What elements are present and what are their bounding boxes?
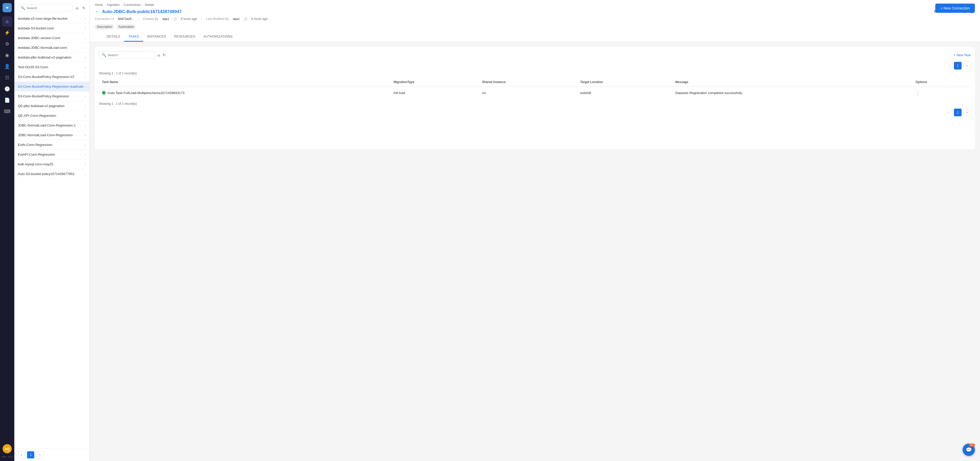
tag-item[interactable]: Automation	[116, 24, 136, 29]
sidebar-item[interactable]: bulk-mysql-conn-may25›	[14, 159, 89, 169]
page-title[interactable]: Auto-JDBC-Bulk-public1671428749047	[102, 9, 182, 14]
sidebar-page-1-button[interactable]: 1	[27, 451, 34, 458]
tasks-table: Task NameMigrationTypeShared InstanceTar…	[99, 78, 971, 99]
sidebar-prev-page-button[interactable]: ‹	[18, 451, 25, 458]
nav-history-icon[interactable]: 🕐	[2, 84, 12, 94]
sidebar-refresh-button[interactable]: ↻	[81, 5, 86, 11]
chevron-right-icon: ›	[85, 95, 86, 98]
nav-monitor-icon[interactable]: ◉	[2, 50, 12, 60]
sidebar-filter-button[interactable]: ⚌	[75, 5, 80, 11]
sidebar-item[interactable]: JDBC-NormalLoad-Conn-Regression-1›	[14, 121, 89, 130]
back-arrow-icon[interactable]: ←	[95, 9, 99, 14]
tasks-filter-button[interactable]: ⚌	[157, 53, 161, 57]
tasks-search-icon: 🔍	[102, 53, 106, 57]
sidebar-item[interactable]: ExtAPI-Conn-Regression›	[14, 150, 89, 159]
nav-users-icon[interactable]: 👤	[2, 61, 12, 72]
task-name[interactable]: Auto-Task-FullLoad-Multipleschema1671428…	[108, 91, 185, 95]
sidebar-item-label: JDBC-NormalLoad-Conn-Regression-1	[18, 123, 76, 127]
tag-item[interactable]: Description	[95, 24, 114, 29]
chat-bubble[interactable]: 💬 99+	[963, 444, 975, 456]
table-column-header: MigrationType	[391, 78, 479, 87]
chevron-right-icon: ›	[85, 85, 86, 88]
connections-list: testdata-s3-conn-large-file-bucket›testd…	[14, 14, 89, 448]
sidebar-item[interactable]: Extfs-Conn-Regression›	[14, 140, 89, 150]
created-by-value: aqa1	[162, 17, 169, 21]
sidebar-item[interactable]: Test-Oct20-S3-Conn›	[14, 62, 89, 72]
chevron-right-icon: ›	[85, 46, 86, 49]
sidebar-item[interactable]: S3-Conn-BucketPolicy-Regression-V2›	[14, 72, 89, 82]
sidebar-item-label: JDBC-NormalLoad-Conn-Regression	[18, 133, 73, 137]
sidebar-item[interactable]: testdata-s3-conn-large-file-bucket›	[14, 14, 89, 24]
tab-tasks[interactable]: TASKS	[124, 32, 143, 42]
modified-time: 6 hours ago	[251, 17, 267, 21]
nav-docs-icon[interactable]: 📄	[2, 95, 12, 105]
tasks-search-box[interactable]: 🔍	[99, 51, 155, 59]
sidebar-search-icon: 🔍	[21, 6, 25, 10]
new-task-button[interactable]: + New Task	[954, 53, 971, 57]
table-column-header: Task Name	[99, 78, 391, 87]
modified-clock-icon: 🕐	[244, 17, 247, 21]
tasks-next-button-bottom[interactable]: ›	[963, 109, 971, 116]
table-column-header: Message	[672, 78, 913, 87]
sidebar-item[interactable]: testdata-S3-bucket-conn›	[14, 24, 89, 33]
row-options-button[interactable]: ⋮	[916, 90, 920, 95]
tasks-search-input[interactable]	[108, 53, 152, 57]
sidebar-item-label: S3-Conn-BucketPolicy-Regression-V2	[18, 75, 74, 79]
user-avatar[interactable]: AQ	[3, 444, 12, 453]
tasks-page-1-bottom[interactable]: 1	[954, 109, 962, 116]
tab-instances[interactable]: INSTANCES	[143, 32, 170, 42]
tasks-prev-button-bottom[interactable]: ‹	[945, 109, 952, 116]
target-location-cell: redshift	[577, 87, 672, 99]
breadcrumb-connections[interactable]: Connections	[124, 3, 141, 6]
sidebar-item[interactable]: testdata-JDBC-version-Conn›	[14, 33, 89, 43]
tasks-next-button-top[interactable]: ›	[963, 62, 971, 70]
nav-schedule-icon[interactable]: ☷	[2, 73, 12, 83]
tasks-refresh-button[interactable]: ↻	[162, 53, 165, 57]
tasks-page-1-top[interactable]: 1	[954, 62, 962, 70]
sidebar-item[interactable]: QE-jdbc-bulkload-v2-pagination›	[14, 101, 89, 111]
chevron-right-icon: ›	[85, 17, 86, 21]
sidebar-item-label: bulk-mysql-conn-may25	[18, 162, 53, 166]
tab-details[interactable]: DETAILS	[102, 32, 124, 42]
tasks-pagination-top: ‹ 1 ›	[99, 62, 971, 70]
task-name-cell: Auto-Task-FullLoad-Multipleschema1671428…	[102, 91, 388, 95]
modified-by-value: aqa1	[233, 17, 240, 21]
chevron-right-icon: ›	[85, 104, 86, 108]
sidebar-item-label: Auto-S3-bucket-policy1671426677952	[18, 172, 75, 176]
sidebar-item[interactable]: S3-Conn-BucketPolicy-Regression-duplicat…	[14, 82, 89, 92]
nav-ingestion-icon[interactable]: ⚡	[2, 28, 12, 38]
tab-bar: DETAILSTASKSINSTANCESRESOURCESAUTHORIZAT…	[95, 32, 975, 42]
connection-id-value: 9dd72ac8...	[118, 17, 134, 21]
nav-keyboard-icon[interactable]: ⌨	[2, 106, 12, 116]
meta-sep-1: |	[138, 17, 139, 21]
nav-home-icon[interactable]: ⌂	[2, 16, 12, 27]
table-column-header: Options	[913, 78, 971, 87]
sidebar-search-box[interactable]: 🔍	[18, 4, 72, 12]
sidebar-item[interactable]: testdata-jdbc-bulkload-v2-pagination›	[14, 52, 89, 62]
tab-resources[interactable]: RESOURCES	[170, 32, 199, 42]
app-version: adp - V2.0	[2, 455, 13, 458]
tab-authorizations[interactable]: AUTHORIZATIONS	[199, 32, 237, 42]
app-logo[interactable]	[3, 3, 12, 12]
chevron-right-icon: ›	[85, 124, 86, 127]
nav-pipeline-icon[interactable]: ⚙	[2, 39, 12, 49]
svg-point-0	[6, 7, 8, 8]
sidebar-item[interactable]: testdata-JDBC-NormalLoad-conn›	[14, 43, 89, 52]
sidebar-header: 🔍 ⚌ ↻	[14, 0, 89, 14]
sidebar-search-input[interactable]	[27, 6, 70, 10]
sidebar-item-label: ExtAPI-Conn-Regression	[18, 153, 55, 156]
breadcrumb-home[interactable]: Home	[95, 3, 103, 6]
breadcrumb-sep-3: ›	[142, 3, 143, 6]
page-title-row: ← Auto-JDBC-Bulk-public1671428749047 ↻ ∧…	[95, 8, 975, 15]
new-connection-button[interactable]: + New Connection	[935, 3, 975, 13]
sidebar-item[interactable]: S3-Conn-BucketPolicy-Regression›	[14, 92, 89, 101]
sidebar-item-label: S3-Conn-BucketPolicy-Regression	[18, 94, 69, 98]
sidebar-item[interactable]: QE-API-Conn-Regression›	[14, 111, 89, 121]
sidebar-next-page-button[interactable]: ›	[36, 451, 43, 458]
chevron-right-icon: ›	[85, 153, 86, 156]
tasks-prev-button-top[interactable]: ‹	[945, 62, 952, 70]
table-row: Auto-Task-FullLoad-Multipleschema1671428…	[99, 87, 971, 99]
breadcrumb-ingestion[interactable]: Ingestion	[107, 3, 119, 6]
sidebar-item[interactable]: Auto-S3-bucket-policy1671426677952›	[14, 169, 89, 179]
sidebar-item[interactable]: JDBC-NormalLoad-Conn-Regression›	[14, 130, 89, 140]
